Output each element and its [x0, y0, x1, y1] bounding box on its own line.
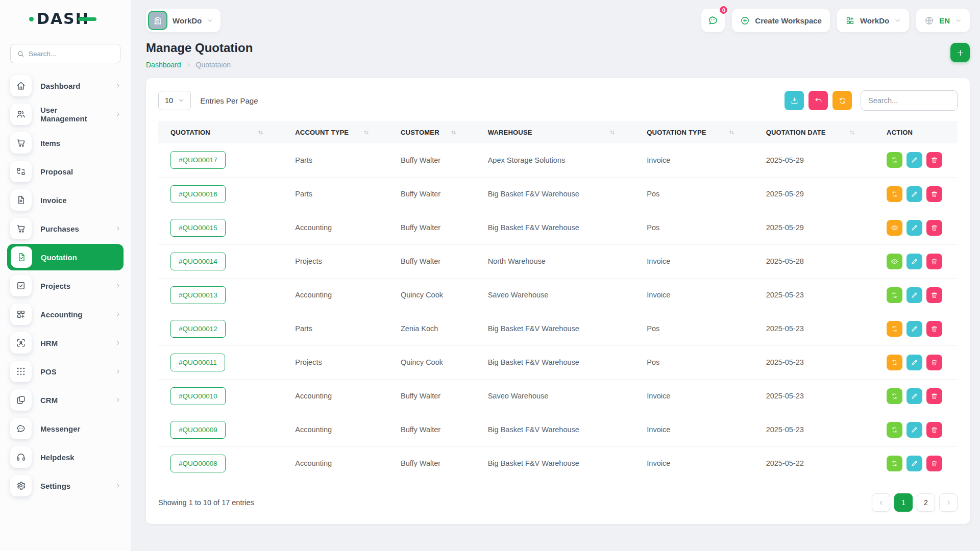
delete-button[interactable]: [926, 186, 942, 202]
convert-button[interactable]: [887, 355, 902, 370]
quotation-number-pill[interactable]: #QUO00009: [170, 421, 226, 439]
quotation-type-cell: Invoice: [634, 413, 753, 446]
quotation-number-pill[interactable]: #QUO00008: [170, 455, 226, 472]
edit-button[interactable]: [906, 220, 922, 236]
quotation-date-cell: 2025-05-29: [754, 211, 874, 244]
eye-button[interactable]: [887, 254, 902, 269]
create-workspace-label: Create Workspace: [755, 16, 822, 25]
customer-cell: Buffy Walter: [388, 413, 476, 446]
quotation-number-pill[interactable]: #QUO00011: [170, 354, 225, 371]
delete-button[interactable]: [926, 355, 942, 370]
convert-icon: [891, 426, 898, 434]
app-logo: DASH: [0, 0, 131, 37]
sidebar-item-pos[interactable]: POS: [0, 357, 131, 386]
eye-button[interactable]: [887, 220, 902, 236]
pagination-page-2[interactable]: 2: [917, 493, 935, 512]
sidebar-search-input[interactable]: [29, 50, 114, 58]
create-quotation-button[interactable]: [950, 43, 970, 62]
quotation-number-pill[interactable]: #QUO00014: [170, 253, 226, 270]
edit-button[interactable]: [906, 355, 922, 370]
sidebar-search[interactable]: [10, 44, 120, 63]
quotation-number-pill[interactable]: #QUO00016: [170, 185, 226, 203]
sidebar-item-dashboard[interactable]: Dashboard: [0, 71, 131, 100]
sidebar-item-accounting[interactable]: Accounting: [0, 300, 131, 329]
edit-button[interactable]: [906, 152, 922, 168]
undo-button[interactable]: [808, 91, 828, 110]
quotation-number-pill[interactable]: #QUO00017: [170, 151, 226, 169]
delete-button[interactable]: [926, 388, 942, 404]
column-header-warehouse[interactable]: WAREHOUSE: [476, 121, 635, 143]
workspace-tile: [148, 11, 167, 30]
language-menu-button[interactable]: EN: [916, 9, 970, 32]
delete-icon: [930, 392, 938, 400]
messages-button[interactable]: 0: [701, 9, 725, 32]
customer-cell: Buffy Walter: [388, 177, 476, 211]
sidebar-item-label: Proposal: [40, 167, 121, 176]
table-search-input[interactable]: [861, 90, 958, 111]
chevron-right-icon: [114, 482, 121, 489]
create-workspace-button[interactable]: Create Workspace: [732, 9, 830, 32]
convert-button[interactable]: [887, 321, 902, 337]
convert-button[interactable]: [887, 456, 902, 471]
sidebar-item-projects[interactable]: Projects: [0, 271, 131, 300]
sidebar-item-crm[interactable]: CRM: [0, 386, 131, 414]
column-header-quotation[interactable]: QUOTATION: [158, 121, 283, 143]
pagination-next[interactable]: [939, 493, 958, 512]
delete-button[interactable]: [926, 287, 942, 303]
sidebar-item-user-management[interactable]: User Management: [0, 100, 131, 129]
edit-button[interactable]: [906, 456, 922, 471]
sidebar-item-quotation[interactable]: Quotation: [7, 244, 124, 270]
undo-icon: [814, 96, 823, 105]
table-row: #QUO00010 Accounting Buffy Walter Saveo …: [158, 379, 958, 413]
table-row: #QUO00016 Parts Buffy Walter Big Basket …: [158, 177, 958, 211]
sort-icon: [257, 129, 264, 136]
workspace-selector[interactable]: WorkDo: [146, 9, 220, 32]
column-header-account-type[interactable]: ACCOUNT TYPE: [283, 121, 388, 143]
quotation-number-pill[interactable]: #QUO00012: [170, 320, 226, 338]
convert-button[interactable]: [887, 152, 902, 168]
edit-button[interactable]: [906, 186, 922, 202]
edit-button[interactable]: [906, 287, 922, 303]
quotation-number-pill[interactable]: #QUO00015: [170, 219, 226, 237]
delete-button[interactable]: [926, 152, 942, 168]
chevron-down-icon: [207, 17, 213, 24]
breadcrumb-dashboard-link[interactable]: Dashboard: [146, 61, 181, 69]
quotation-number-pill[interactable]: #QUO00010: [170, 387, 226, 405]
convert-button[interactable]: [887, 388, 902, 404]
sidebar-item-messenger[interactable]: Messenger: [0, 414, 131, 443]
convert-icon: [891, 460, 898, 467]
sidebar-item-settings[interactable]: Settings: [0, 471, 131, 500]
convert-button[interactable]: [887, 422, 902, 438]
edit-button[interactable]: [906, 422, 922, 438]
convert-button[interactable]: [887, 287, 902, 303]
sidebar-item-helpdesk[interactable]: Helpdesk: [0, 443, 131, 471]
apps-menu-button[interactable]: WorkDo: [837, 9, 909, 32]
cart-icon: [16, 138, 26, 148]
convert-button[interactable]: [887, 186, 902, 202]
sidebar-item-purchases[interactable]: Purchases: [0, 214, 131, 243]
delete-button[interactable]: [926, 220, 942, 236]
edit-button[interactable]: [906, 388, 922, 404]
column-header-customer[interactable]: CUSTOMER: [388, 121, 476, 143]
sidebar-item-invoice[interactable]: Invoice: [0, 186, 131, 214]
pagination-page-1[interactable]: 1: [894, 493, 913, 512]
edit-button[interactable]: [906, 321, 922, 337]
pagination-prev[interactable]: [872, 493, 890, 512]
column-header-quotation-type[interactable]: QUOTATION TYPE: [634, 121, 753, 143]
delete-button[interactable]: [926, 456, 942, 471]
quotation-number-pill[interactable]: #QUO00013: [170, 286, 226, 304]
sidebar-item-items[interactable]: Items: [0, 129, 131, 157]
quotation-type-cell: Invoice: [634, 244, 753, 278]
quotation-date-cell: 2025-05-23: [754, 312, 874, 345]
column-header-action[interactable]: ACTION: [874, 121, 958, 143]
sidebar-item-hrm[interactable]: HRM: [0, 329, 131, 357]
sidebar-item-proposal[interactable]: Proposal: [0, 157, 131, 186]
export-button[interactable]: [785, 91, 804, 110]
delete-button[interactable]: [926, 422, 942, 438]
delete-button[interactable]: [926, 254, 942, 269]
edit-button[interactable]: [906, 254, 922, 269]
delete-button[interactable]: [926, 321, 942, 337]
column-header-quotation-date[interactable]: QUOTATION DATE: [754, 121, 874, 143]
refresh-button[interactable]: [832, 91, 852, 110]
entries-per-page-select[interactable]: 10: [158, 91, 191, 110]
